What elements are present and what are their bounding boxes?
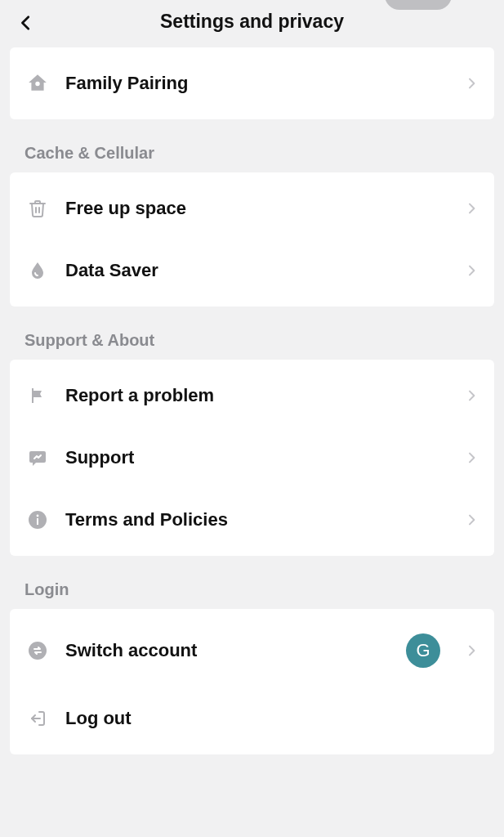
chevron-right-icon xyxy=(465,389,478,402)
chevron-left-icon xyxy=(17,14,35,32)
message-icon xyxy=(26,446,49,469)
row-label: Data Saver xyxy=(65,260,448,281)
header-pill-decoration xyxy=(385,0,452,10)
row-label: Family Pairing xyxy=(65,73,448,94)
droplet-icon xyxy=(26,259,49,282)
chevron-right-icon xyxy=(465,513,478,526)
page-title: Settings and privacy xyxy=(0,11,504,33)
section-header-login: Login xyxy=(0,556,504,609)
row-family-pairing[interactable]: Family Pairing xyxy=(10,52,494,114)
row-free-up-space[interactable]: Free up space xyxy=(10,177,494,239)
row-switch-account[interactable]: Switch account G xyxy=(10,614,494,687)
section-header-cache: Cache & Cellular xyxy=(0,119,504,172)
row-label: Terms and Policies xyxy=(65,509,448,530)
row-terms-policies[interactable]: Terms and Policies xyxy=(10,489,494,551)
svg-point-2 xyxy=(37,515,39,517)
chevron-right-icon xyxy=(465,264,478,277)
back-button[interactable] xyxy=(11,8,41,38)
row-report-problem[interactable]: Report a problem xyxy=(10,365,494,427)
row-label: Support xyxy=(65,447,448,468)
row-data-saver[interactable]: Data Saver xyxy=(10,239,494,302)
chevron-right-icon xyxy=(465,451,478,464)
svg-rect-1 xyxy=(37,518,38,525)
card-cache: Free up space Data Saver xyxy=(10,172,494,307)
swap-icon xyxy=(26,639,49,662)
flag-icon xyxy=(26,384,49,407)
row-support[interactable]: Support xyxy=(10,427,494,489)
row-log-out[interactable]: Log out xyxy=(10,687,494,750)
trash-icon xyxy=(26,197,49,220)
card-top: Family Pairing xyxy=(10,47,494,119)
row-label: Log out xyxy=(65,708,478,729)
card-support: Report a problem Support Terms and Polic… xyxy=(10,360,494,556)
section-header-support: Support & About xyxy=(0,307,504,360)
chevron-right-icon xyxy=(465,644,478,657)
chevron-right-icon xyxy=(465,202,478,215)
account-avatar: G xyxy=(406,633,440,668)
row-label: Free up space xyxy=(65,198,448,219)
header-bar: Settings and privacy xyxy=(0,0,504,43)
info-icon xyxy=(26,508,49,531)
chevron-right-icon xyxy=(465,77,478,90)
logout-icon xyxy=(26,707,49,730)
svg-point-3 xyxy=(29,642,47,660)
home-icon xyxy=(26,72,49,95)
row-label: Switch account xyxy=(65,640,390,661)
row-label: Report a problem xyxy=(65,385,448,406)
card-login: Switch account G Log out xyxy=(10,609,494,754)
